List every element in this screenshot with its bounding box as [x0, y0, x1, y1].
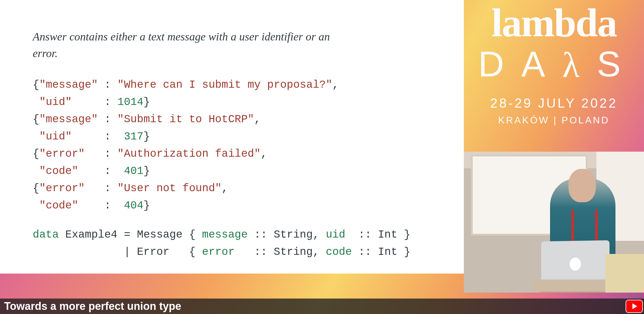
slide: Answer contains either a text message wi… — [0, 0, 464, 274]
event-letter-d: D — [478, 43, 513, 84]
youtube-icon[interactable] — [626, 300, 642, 312]
slide-intro: Answer contains either a text message wi… — [33, 28, 339, 62]
json-uid-0: 1014 — [117, 96, 144, 108]
camera-lectern-body — [541, 291, 612, 293]
haskell-field-uid: uid — [326, 229, 345, 241]
haskell-block: data Example4 = Message { message :: Str… — [33, 226, 464, 261]
caption-bar: Towards a more perfect union type — [0, 299, 644, 314]
event-dates: 28-29 JULY 2022 — [464, 96, 644, 111]
haskell-ctor-0: Message — [137, 229, 182, 241]
json-code-1: 404 — [124, 200, 144, 212]
haskell-type-name: Example4 — [65, 229, 117, 241]
camera-side-table — [605, 254, 644, 293]
json-msg-1: Submit it to HotCRP — [124, 113, 248, 125]
talk-title: Towards a more perfect union type — [4, 300, 181, 313]
haskell-ctor-1: Error — [137, 246, 169, 258]
json-code-0: 401 — [124, 165, 144, 177]
play-icon — [632, 303, 637, 309]
haskell-field-error: error — [202, 246, 235, 258]
haskell-keyword: data — [33, 229, 59, 241]
json-err-1: User not found — [124, 182, 215, 194]
event-banner: lambda D A λ S 28-29 JULY 2022 KRAKÓW | … — [464, 0, 644, 152]
event-title-line1: lambda — [464, 0, 644, 46]
event-letter-s: S — [597, 43, 629, 84]
speaker-camera-feed — [464, 152, 644, 293]
json-uid-1: 317 — [124, 131, 144, 143]
json-example-block: {"message" : "Where can I submit my prop… — [33, 76, 464, 214]
apple-logo-icon — [570, 258, 581, 271]
event-title-line2: D A λ S — [464, 43, 644, 84]
json-err-0: Authorization failed — [124, 148, 254, 160]
camera-speaker-head — [568, 169, 596, 202]
lambda-icon: λ — [562, 45, 588, 86]
haskell-field-msg: message — [202, 229, 248, 241]
event-letter-a: A — [521, 43, 554, 84]
json-msg-0: Where can I submit my proposal? — [124, 79, 326, 91]
haskell-field-code: code — [326, 246, 352, 258]
event-location: KRAKÓW | POLAND — [464, 115, 644, 126]
